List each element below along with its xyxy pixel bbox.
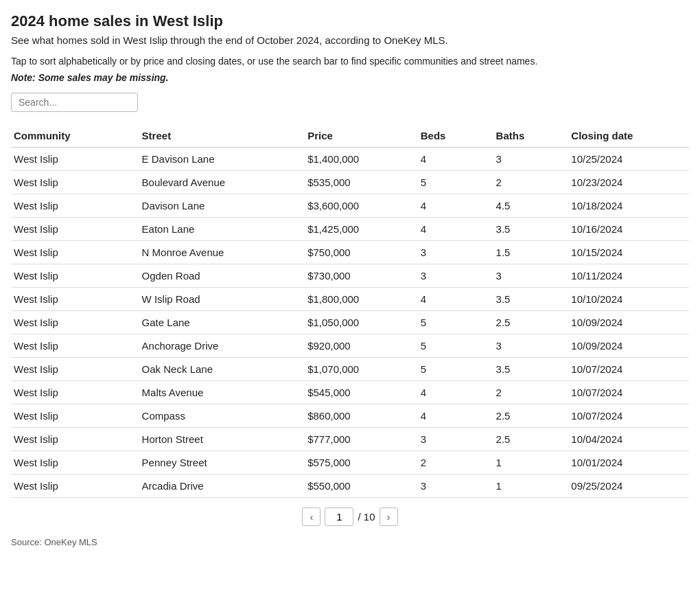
- cell-12-5: 10/04/2024: [568, 428, 689, 451]
- cell-7-0: West Islip: [11, 311, 139, 334]
- table-row: West IslipArcadia Drive$550,0003109/25/2…: [11, 475, 689, 498]
- cell-6-0: West Islip: [11, 288, 139, 311]
- cell-7-2: $1,050,000: [305, 311, 418, 334]
- cell-6-4: 3.5: [493, 288, 569, 311]
- cell-5-5: 10/11/2024: [568, 264, 689, 288]
- prev-page-button[interactable]: ‹: [302, 507, 320, 526]
- cell-5-0: West Islip: [11, 264, 139, 288]
- cell-4-1: N Monroe Avenue: [139, 241, 305, 264]
- cell-1-4: 2: [493, 171, 569, 194]
- cell-2-4: 4.5: [493, 194, 569, 218]
- column-header-beds[interactable]: Beds: [418, 124, 493, 148]
- cell-5-1: Ogden Road: [139, 264, 305, 288]
- cell-4-3: 3: [418, 241, 493, 264]
- cell-7-5: 10/09/2024: [568, 311, 689, 334]
- cell-12-1: Horton Street: [139, 428, 305, 451]
- cell-6-2: $1,800,000: [305, 288, 418, 311]
- column-header-baths[interactable]: Baths: [493, 124, 569, 148]
- cell-9-1: Oak Neck Lane: [139, 358, 305, 381]
- cell-8-1: Anchorage Drive: [139, 334, 305, 358]
- next-page-button[interactable]: ›: [380, 507, 398, 526]
- cell-1-0: West Islip: [11, 171, 139, 194]
- table-row: West IslipW Islip Road$1,800,00043.510/1…: [11, 288, 689, 311]
- cell-7-1: Gate Lane: [139, 311, 305, 334]
- cell-11-4: 2.5: [493, 404, 569, 428]
- cell-12-3: 3: [418, 428, 493, 451]
- table-row: West IslipPenney Street$575,0002110/01/2…: [11, 451, 689, 475]
- cell-1-1: Boulevard Avenue: [139, 171, 305, 194]
- cell-8-4: 3: [493, 334, 569, 358]
- cell-12-4: 2.5: [493, 428, 569, 451]
- column-header-street[interactable]: Street: [139, 124, 305, 148]
- cell-4-2: $750,000: [305, 241, 418, 264]
- cell-6-3: 4: [418, 288, 493, 311]
- table-row: West IslipCompass$860,00042.510/07/2024: [11, 404, 689, 428]
- cell-10-4: 2: [493, 381, 569, 404]
- cell-14-4: 1: [493, 475, 569, 498]
- cell-3-3: 4: [418, 218, 493, 241]
- cell-5-3: 3: [418, 264, 493, 288]
- cell-13-1: Penney Street: [139, 451, 305, 475]
- cell-0-5: 10/25/2024: [568, 148, 689, 171]
- cell-6-1: W Islip Road: [139, 288, 305, 311]
- page-total: / 10: [358, 511, 375, 523]
- cell-8-3: 5: [418, 334, 493, 358]
- cell-4-0: West Islip: [11, 241, 139, 264]
- table-row: West IslipHorton Street$777,00032.510/04…: [11, 428, 689, 451]
- page-number-input[interactable]: [325, 507, 353, 526]
- cell-6-5: 10/10/2024: [568, 288, 689, 311]
- cell-12-0: West Islip: [11, 428, 139, 451]
- tap-note: Tap to sort alphabetically or by price a…: [11, 56, 689, 67]
- cell-14-5: 09/25/2024: [568, 475, 689, 498]
- cell-9-5: 10/07/2024: [568, 358, 689, 381]
- cell-13-4: 1: [493, 451, 569, 475]
- cell-3-2: $1,425,000: [305, 218, 418, 241]
- cell-0-0: West Islip: [11, 148, 139, 171]
- cell-14-2: $550,000: [305, 475, 418, 498]
- table-row: West IslipOak Neck Lane$1,070,00053.510/…: [11, 358, 689, 381]
- page-title: 2024 home sales in West Islip: [11, 12, 689, 30]
- cell-8-0: West Islip: [11, 334, 139, 358]
- cell-2-5: 10/18/2024: [568, 194, 689, 218]
- table-header: CommunityStreetPriceBedsBathsClosing dat…: [11, 124, 689, 148]
- cell-9-4: 3.5: [493, 358, 569, 381]
- cell-5-4: 3: [493, 264, 569, 288]
- cell-2-0: West Islip: [11, 194, 139, 218]
- table-row: West IslipEaton Lane$1,425,00043.510/16/…: [11, 218, 689, 241]
- cell-12-2: $777,000: [305, 428, 418, 451]
- cell-11-5: 10/07/2024: [568, 404, 689, 428]
- cell-7-4: 2.5: [493, 311, 569, 334]
- missing-note: Note: Some sales may be missing.: [11, 72, 689, 83]
- cell-9-2: $1,070,000: [305, 358, 418, 381]
- cell-13-3: 2: [418, 451, 493, 475]
- cell-2-1: Davison Lane: [139, 194, 305, 218]
- cell-8-2: $920,000: [305, 334, 418, 358]
- cell-3-4: 3.5: [493, 218, 569, 241]
- cell-11-3: 4: [418, 404, 493, 428]
- cell-10-1: Malts Avenue: [139, 381, 305, 404]
- cell-10-5: 10/07/2024: [568, 381, 689, 404]
- pagination: ‹ / 10 ›: [11, 507, 689, 526]
- cell-13-2: $575,000: [305, 451, 418, 475]
- column-header-price[interactable]: Price: [305, 124, 418, 148]
- cell-13-5: 10/01/2024: [568, 451, 689, 475]
- cell-0-4: 3: [493, 148, 569, 171]
- table-row: West IslipOgden Road$730,0003310/11/2024: [11, 264, 689, 288]
- cell-14-1: Arcadia Drive: [139, 475, 305, 498]
- column-header-closing-date[interactable]: Closing date: [568, 124, 689, 148]
- cell-1-2: $535,000: [305, 171, 418, 194]
- cell-9-3: 5: [418, 358, 493, 381]
- cell-2-3: 4: [418, 194, 493, 218]
- cell-3-1: Eaton Lane: [139, 218, 305, 241]
- cell-1-3: 5: [418, 171, 493, 194]
- column-header-community[interactable]: Community: [11, 124, 139, 148]
- table-row: West IslipBoulevard Avenue$535,0005210/2…: [11, 171, 689, 194]
- source-label: Source: OneKey MLS: [11, 537, 689, 547]
- cell-2-2: $3,600,000: [305, 194, 418, 218]
- cell-8-5: 10/09/2024: [568, 334, 689, 358]
- cell-4-4: 1.5: [493, 241, 569, 264]
- cell-14-0: West Islip: [11, 475, 139, 498]
- search-input[interactable]: [11, 93, 138, 112]
- table-row: West IslipAnchorage Drive$920,0005310/09…: [11, 334, 689, 358]
- cell-3-5: 10/16/2024: [568, 218, 689, 241]
